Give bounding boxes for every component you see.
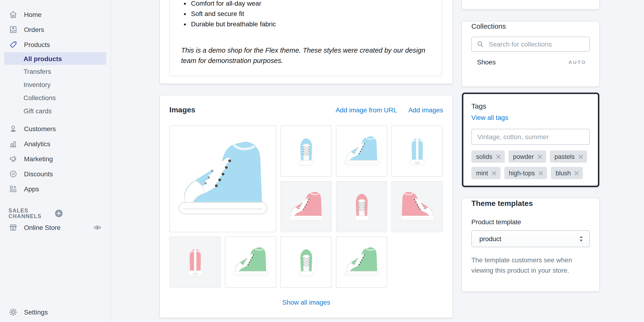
product-image-grid bbox=[169, 125, 443, 288]
sidebar-subitem-gift-cards[interactable]: Gift cards bbox=[0, 104, 110, 117]
sidebar-subitem-all-products[interactable]: All products bbox=[4, 52, 106, 65]
show-all-images-link[interactable]: Show all images bbox=[282, 299, 330, 306]
partial-card bbox=[462, 0, 599, 9]
product-image-thumbnail[interactable] bbox=[336, 237, 387, 288]
product-image-thumbnail[interactable] bbox=[336, 181, 387, 232]
marketing-icon bbox=[8, 154, 18, 164]
sneaker-image bbox=[286, 190, 326, 223]
collection-name: Shoes bbox=[477, 58, 568, 66]
sidebar-item-customers[interactable]: Customers bbox=[0, 121, 110, 136]
sidebar-item-discounts[interactable]: Discounts bbox=[0, 166, 110, 181]
collections-card-title: Collections bbox=[471, 22, 590, 31]
sales-channels-header: SALES CHANNELS bbox=[0, 207, 110, 220]
tags-input[interactable] bbox=[471, 129, 590, 145]
sidebar: Home Orders Products All products Transf… bbox=[0, 0, 111, 322]
sidebar-subitem-transfers[interactable]: Transfers bbox=[0, 65, 110, 78]
tag-label: mint bbox=[476, 169, 488, 177]
tag-pill[interactable]: mint bbox=[471, 167, 500, 179]
sidebar-subitem-label: Collections bbox=[24, 94, 56, 101]
product-image-thumbnail[interactable] bbox=[169, 237, 221, 288]
tag-pill[interactable]: blush bbox=[551, 167, 583, 179]
product-template-label: Product template bbox=[471, 217, 590, 227]
sidebar-item-label: Home bbox=[24, 11, 42, 18]
tag-pill[interactable]: powder bbox=[508, 150, 546, 163]
analytics-icon bbox=[8, 139, 18, 149]
sidebar-item-label: Customers bbox=[24, 125, 56, 133]
sidebar-item-online-store[interactable]: Online Store bbox=[0, 220, 110, 235]
products-icon bbox=[8, 40, 18, 49]
remove-tag-icon[interactable] bbox=[491, 170, 496, 176]
sneaker-image bbox=[342, 190, 381, 223]
remove-tag-icon[interactable] bbox=[574, 170, 579, 176]
sidebar-item-label: Orders bbox=[24, 26, 44, 33]
description-note: This is a demo shop for the Flex theme. … bbox=[181, 45, 430, 66]
app-window: Home Orders Products All products Transf… bbox=[0, 0, 644, 322]
view-all-tags-link[interactable]: View all tags bbox=[471, 113, 508, 122]
collection-list-item[interactable]: Shoes AUTO bbox=[471, 55, 590, 69]
sidebar-item-label: Settings bbox=[24, 308, 48, 316]
description-editor[interactable]: Comfort for all-day wear Soft and secure… bbox=[169, 0, 442, 76]
tag-pill[interactable]: high-tops bbox=[504, 167, 547, 179]
sneaker-image bbox=[342, 245, 381, 279]
remove-tag-icon[interactable] bbox=[496, 154, 501, 159]
tag-label: solids bbox=[476, 153, 492, 160]
template-help-text: The template customers see when viewing … bbox=[471, 255, 590, 276]
sidebar-subitem-label: Gift cards bbox=[24, 107, 52, 115]
tag-label: powder bbox=[513, 153, 534, 160]
sidebar-item-apps[interactable]: Apps bbox=[0, 181, 110, 197]
tag-pill-list: solids powder pastels mint high-tops blu… bbox=[471, 150, 590, 179]
sales-channels-label: SALES CHANNELS bbox=[8, 208, 54, 219]
sidebar-subitem-inventory[interactable]: Inventory bbox=[0, 78, 110, 91]
sidebar-item-products[interactable]: Products bbox=[0, 37, 110, 52]
sidebar-subitem-label: Inventory bbox=[24, 81, 50, 88]
shopify-admin-page: Home Orders Products All products Transf… bbox=[0, 0, 644, 322]
product-image-thumbnail[interactable] bbox=[280, 237, 332, 288]
discounts-icon bbox=[8, 169, 18, 179]
tags-card-title: Tags bbox=[471, 101, 590, 111]
tag-pill[interactable]: solids bbox=[471, 150, 504, 163]
product-image-thumbnail[interactable] bbox=[392, 125, 443, 177]
collections-search-input[interactable] bbox=[471, 37, 590, 52]
remove-tag-icon[interactable] bbox=[538, 170, 543, 176]
product-image-thumbnail[interactable] bbox=[225, 237, 276, 288]
tags-card-selected: Tags View all tags solids powder pastels… bbox=[462, 93, 599, 187]
description-bullet-list: Comfort for all-day wear Soft and secure… bbox=[181, 0, 430, 29]
online-store-icon bbox=[8, 223, 18, 232]
sidebar-item-marketing[interactable]: Marketing bbox=[0, 151, 110, 166]
main-content: Comfort for all-day wear Soft and secure… bbox=[160, 0, 452, 322]
sidebar-item-home[interactable]: Home bbox=[0, 7, 110, 22]
sneaker-image bbox=[397, 134, 437, 168]
product-image-thumbnail[interactable] bbox=[280, 125, 332, 177]
sidebar-item-orders[interactable]: Orders bbox=[0, 22, 110, 37]
search-icon bbox=[476, 40, 484, 48]
sidebar-item-label: Analytics bbox=[24, 140, 50, 148]
images-card-title: Images bbox=[169, 106, 324, 114]
eye-icon[interactable] bbox=[93, 223, 102, 232]
tag-pill[interactable]: pastels bbox=[550, 150, 587, 163]
sneaker-image bbox=[397, 190, 437, 223]
sidebar-item-label: Products bbox=[24, 41, 50, 48]
sidebar-subitem-collections[interactable]: Collections bbox=[0, 91, 110, 104]
product-image-thumbnail[interactable] bbox=[280, 181, 332, 232]
select-carets-icon bbox=[578, 235, 584, 243]
product-image-thumbnail[interactable] bbox=[336, 125, 387, 177]
right-panel: Collections Shoes AUTO Tags View all tag… bbox=[462, 0, 599, 292]
product-image-thumbnail[interactable] bbox=[169, 125, 276, 232]
product-template-select[interactable]: product bbox=[471, 230, 590, 247]
product-image-thumbnail[interactable] bbox=[392, 181, 443, 232]
home-icon bbox=[8, 10, 18, 19]
remove-tag-icon[interactable] bbox=[537, 154, 542, 159]
collections-card: Collections Shoes AUTO bbox=[462, 22, 599, 86]
sidebar-subitem-label: Transfers bbox=[24, 68, 51, 75]
add-images-link[interactable]: Add images bbox=[408, 106, 443, 114]
add-image-from-url-link[interactable]: Add image from URL bbox=[336, 106, 397, 114]
sidebar-item-settings[interactable]: Settings bbox=[0, 305, 110, 320]
sneaker-image bbox=[342, 134, 381, 168]
sidebar-item-analytics[interactable]: Analytics bbox=[0, 136, 110, 151]
description-bullet: Durable but breathable fabric bbox=[191, 19, 430, 29]
remove-tag-icon[interactable] bbox=[578, 154, 583, 159]
tag-label: pastels bbox=[554, 153, 575, 160]
sneaker-image bbox=[175, 245, 215, 279]
apps-icon bbox=[8, 184, 18, 194]
plus-circle-icon[interactable] bbox=[54, 209, 99, 218]
